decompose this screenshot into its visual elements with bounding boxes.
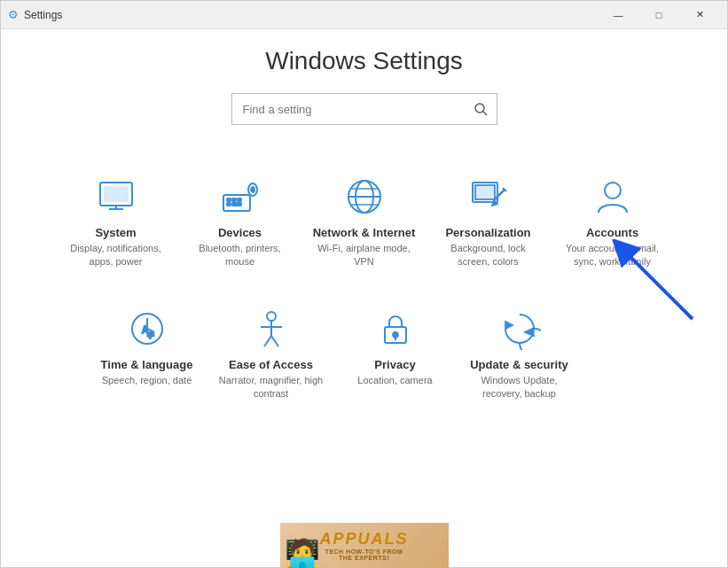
svg-marker-38	[505, 322, 513, 329]
minimize-button[interactable]: —	[598, 1, 638, 29]
network-name: Network & Internet	[313, 226, 416, 239]
settings-row1: System Display, notifications, apps, pow…	[54, 160, 675, 292]
svg-point-30	[267, 312, 276, 321]
setting-system[interactable]: System Display, notifications, apps, pow…	[54, 160, 178, 284]
system-icon	[94, 175, 138, 219]
search-bar	[231, 93, 497, 125]
window-title: Settings	[24, 9, 62, 21]
update-icon	[497, 307, 542, 351]
svg-line-1	[483, 112, 487, 115]
network-desc: Wi-Fi, airplane mode, VPN	[311, 242, 418, 269]
settings-window: ⚙ Settings — □ ✕ Windows Settings	[0, 0, 728, 568]
personalization-name: Personalization	[445, 226, 530, 239]
time-desc: Speech, region, date	[102, 374, 192, 387]
svg-point-24	[605, 183, 621, 198]
svg-point-13	[251, 187, 254, 192]
setting-personalization[interactable]: Personalization Background, lock screen,…	[427, 160, 551, 284]
devices-name: Devices	[218, 226, 262, 239]
setting-update[interactable]: Update & security Windows Update, recove…	[458, 292, 582, 416]
setting-privacy[interactable]: Privacy Location, camera	[333, 292, 458, 416]
svg-rect-8	[232, 198, 236, 201]
ease-desc: Narrator, magnifier, high contrast	[218, 374, 325, 401]
svg-rect-11	[232, 203, 241, 206]
search-input[interactable]	[232, 103, 465, 116]
settings-row2: A 字 Time & language Speech, region, date	[23, 292, 644, 416]
privacy-name: Privacy	[374, 358, 415, 371]
devices-icon	[218, 175, 262, 219]
update-name: Update & security	[470, 358, 568, 371]
window-controls: — □ ✕	[598, 1, 720, 29]
privacy-desc: Location, camera	[357, 374, 432, 387]
svg-text:字: 字	[147, 331, 154, 339]
time-name: Time & language	[101, 358, 193, 371]
ease-name: Ease of Access	[229, 358, 313, 371]
svg-line-33	[264, 336, 271, 346]
system-name: System	[95, 226, 136, 239]
ease-icon	[249, 307, 294, 351]
system-desc: Display, notifications, apps, power	[63, 242, 169, 269]
svg-rect-9	[238, 198, 241, 201]
svg-point-0	[475, 104, 484, 113]
privacy-icon	[373, 307, 418, 351]
svg-rect-5	[104, 186, 129, 202]
svg-marker-39	[525, 329, 534, 336]
personalization-icon	[466, 175, 511, 219]
network-icon	[342, 175, 387, 219]
update-desc: Windows Update, recovery, backup	[466, 374, 573, 401]
setting-network[interactable]: Network & Internet Wi-Fi, airplane mode,…	[302, 160, 427, 284]
devices-desc: Bluetooth, printers, mouse	[187, 242, 294, 269]
svg-rect-20	[475, 185, 495, 199]
svg-point-36	[393, 332, 398, 338]
close-button[interactable]: ✕	[679, 1, 720, 29]
setting-accounts[interactable]: Accounts Your accounts, email, sync, wor…	[551, 160, 675, 284]
svg-line-34	[271, 336, 278, 346]
accounts-icon	[591, 175, 635, 219]
search-icon	[465, 93, 497, 125]
svg-rect-10	[227, 203, 231, 206]
maximize-button[interactable]: □	[638, 1, 679, 29]
svg-rect-7	[227, 198, 231, 201]
page-title: Windows Settings	[265, 47, 463, 75]
time-icon: A 字	[125, 307, 169, 351]
setting-time[interactable]: A 字 Time & language Speech, region, date	[85, 292, 209, 416]
content-area: Windows Settings	[1, 29, 727, 567]
accounts-name: Accounts	[586, 226, 638, 239]
title-bar: ⚙ Settings — □ ✕	[1, 1, 727, 29]
accounts-desc: Your accounts, email, sync, work, family	[560, 242, 666, 269]
setting-ease[interactable]: Ease of Access Narrator, magnifier, high…	[209, 292, 333, 416]
title-bar-left: ⚙ Settings	[8, 8, 62, 21]
personalization-desc: Background, lock screen, colors	[435, 242, 542, 269]
setting-devices[interactable]: Devices Bluetooth, printers, mouse	[178, 160, 302, 284]
